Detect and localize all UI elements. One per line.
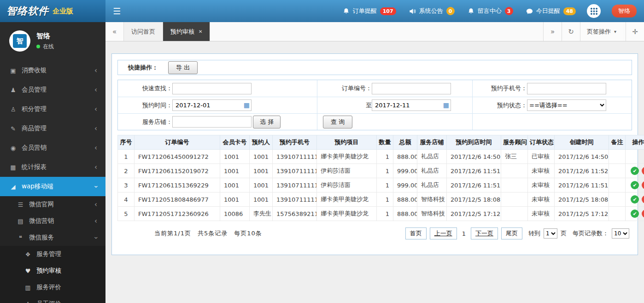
column-header: 预约到店时间 (447, 135, 501, 150)
prev-page-button[interactable]: 上一页 (430, 227, 457, 239)
status-select[interactable]: ==请选择== (527, 99, 606, 111)
table-cell: FW1712051712360926 (135, 207, 220, 221)
cashier-icon: ▣ (9, 67, 17, 74)
sidebar-item-report[interactable]: ▦统计报表‹ (0, 157, 105, 177)
notif-today-reminder[interactable]: 今日提醒48 (526, 7, 576, 15)
reject-icon[interactable]: ✖ (642, 210, 644, 218)
sidebar-item-staff-review[interactable]: ♟员工评价 (0, 296, 105, 303)
tab-1[interactable]: 预约审核✕ (163, 22, 210, 41)
sidebar-item-booking-audit[interactable]: ♥预约审核 (0, 262, 105, 279)
table-cell: 1001 (250, 192, 273, 207)
sidebar-item-service-manage[interactable]: ❖服务管理 (0, 246, 105, 262)
table-cell: 2017/12/6 14:50:00 (447, 150, 501, 164)
table-cell (501, 192, 528, 207)
sidebar-item-points[interactable]: ♙积分管理‹ (0, 99, 105, 119)
sidebar-item-wechat-service[interactable]: ❝微信服务‹ (0, 229, 105, 246)
approve-icon[interactable]: ✔ (631, 195, 639, 204)
table-cell: 999.00 (393, 178, 417, 192)
fullscreen-button[interactable]: ✛ (626, 22, 644, 41)
notif-system-notice[interactable]: 系统公告0 (409, 7, 455, 15)
table-cell (501, 207, 528, 221)
sidebar-item-wechat-marketing[interactable]: ▤微信营销‹ (0, 213, 105, 229)
table-cell: 1001 (250, 178, 273, 192)
sidebar-item-label: 服务评价 (36, 283, 61, 291)
service-manage-icon: ❖ (24, 251, 32, 258)
table-row: 5FW171205171236092610086李先生15756389211娜卡… (118, 207, 644, 221)
column-header: 服务顾问 (501, 135, 528, 150)
online-status: 在线 (36, 43, 54, 51)
member-icon: ♟ (9, 87, 17, 93)
calendar-icon[interactable]: ▦ (443, 101, 449, 109)
export-button[interactable]: 导 出 (168, 61, 198, 74)
table-cell: FW1712061151369229 (135, 178, 220, 192)
phone-input[interactable] (527, 83, 606, 94)
calendar-icon[interactable]: ▦ (244, 101, 250, 109)
order-no-input[interactable] (372, 83, 451, 94)
tabs-scroll-left-button[interactable]: « (105, 22, 124, 41)
reject-icon[interactable]: ✖ (642, 167, 644, 175)
table-cell: 2017/12/6 11:51:36 (555, 178, 609, 192)
approve-icon[interactable]: ✔ (631, 210, 639, 218)
pagination-bar: 当前第1/1页 共5条记录 每页10条 首页 上一页 1 下一页 尾页 转到 1… (117, 227, 632, 239)
tab-close-icon[interactable]: ✕ (199, 29, 202, 34)
profile-avatar[interactable]: 智 (9, 30, 30, 52)
sidebar-item-service-review[interactable]: ▥服务评价 (0, 279, 105, 296)
user-button[interactable]: 智络 (612, 5, 637, 17)
date-from-input[interactable] (172, 99, 252, 111)
notif-badge: 3 (505, 7, 513, 15)
table-cell: 1 (377, 207, 393, 221)
staff-review-icon: ♟ (24, 301, 32, 303)
points-icon: ♙ (9, 106, 17, 113)
reject-icon[interactable]: ✖ (642, 181, 644, 189)
sidebar-item-wechat-site[interactable]: ☰微信官网‹ (0, 196, 105, 213)
query-button[interactable]: 查 询 (323, 116, 352, 128)
actions-cell: ✔✖ (626, 192, 644, 207)
sidebar-item-label: 微信官网 (29, 200, 54, 209)
first-page-button[interactable]: 首页 (405, 227, 427, 239)
bell-icon (343, 8, 350, 15)
top-header: 智络软件 企业版 ☰ 订单提醒107系统公告0留言中心3今日提醒48 智络 (0, 0, 644, 22)
notif-order-reminder[interactable]: 订单提醒107 (343, 7, 396, 15)
quick-find-input[interactable] (172, 83, 252, 94)
notif-message-center[interactable]: 留言中心3 (468, 7, 513, 15)
approve-icon[interactable]: ✔ (631, 167, 639, 175)
chevron-left-icon: ‹ (94, 164, 97, 171)
last-page-button[interactable]: 尾页 (501, 227, 522, 239)
column-header: 总额 (393, 135, 417, 150)
table-cell: 2017/12/5 18:08:00 (447, 192, 501, 207)
shop-input[interactable] (172, 116, 252, 128)
next-page-button[interactable]: 下一页 (471, 227, 498, 239)
sidebar-item-product[interactable]: ✎商品管理‹ (0, 119, 105, 138)
tab-0[interactable]: 访问首页 (124, 22, 163, 41)
content-area: 快捷操作： 导 出 快速查找： 订单编号： (105, 41, 644, 303)
per-page-select[interactable]: 10 (612, 228, 629, 239)
wechat-site-icon: ☰ (17, 201, 24, 208)
chevron-left-icon: ‹ (94, 145, 97, 152)
table-cell: 1 (377, 164, 393, 178)
user-avatar[interactable] (587, 4, 601, 18)
reject-icon[interactable]: ✖ (642, 195, 644, 204)
notification-area: 订单提醒107系统公告0留言中心3今日提醒48 (343, 7, 576, 15)
date-to-input[interactable] (372, 99, 451, 111)
table-cell: 1001 (220, 192, 250, 207)
shop-select-button[interactable]: 选 择 (253, 116, 281, 128)
table-row: 2FW17120611520190721001100113910711111伊莉… (118, 164, 644, 178)
sidebar-item-label: 预约审核 (36, 267, 61, 275)
sidebar-item-wap[interactable]: ◢wap移动端‹ (0, 177, 105, 196)
notif-label: 留言中心 (478, 7, 502, 15)
table-cell: 未审核 (528, 192, 555, 207)
sidebar-item-cashier[interactable]: ▣消费收银‹ (0, 61, 105, 80)
table-cell: 1001 (220, 150, 250, 164)
approve-icon[interactable]: ✔ (631, 181, 639, 189)
sidebar-item-member[interactable]: ♟会员管理‹ (0, 80, 105, 99)
tab-operations-button[interactable]: 页签操作 ▾ (580, 22, 623, 41)
sidebar-profile: 智 智络 在线 (0, 22, 105, 61)
per-page-label: 每页记录数： (573, 229, 609, 238)
sidebar-toggle-icon[interactable]: ☰ (113, 6, 121, 16)
goto-page-select[interactable]: 1 (544, 228, 557, 239)
sidebar-item-marketing[interactable]: ◉会员营销‹ (0, 138, 105, 157)
chevron-left-icon: ‹ (94, 87, 97, 93)
tabs-scroll-right-button[interactable]: » (543, 22, 562, 41)
refresh-button[interactable]: ↻ (562, 22, 580, 41)
table-cell: FW1712061152019072 (135, 164, 220, 178)
